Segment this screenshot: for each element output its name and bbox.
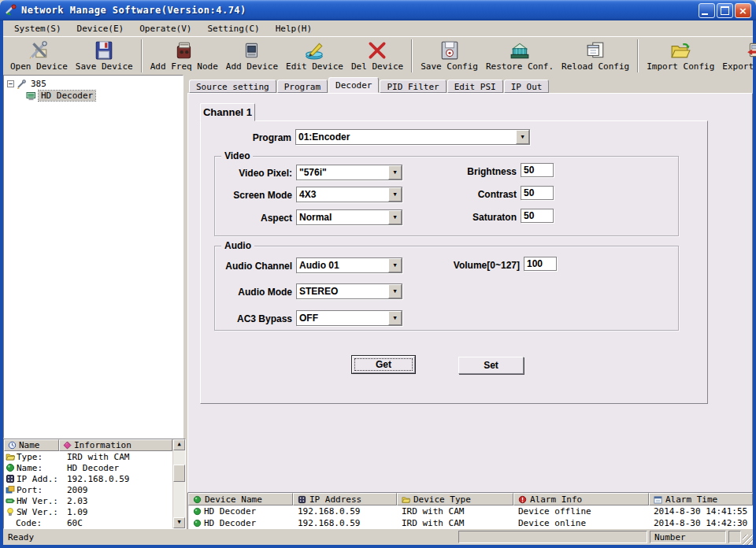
property-row-code[interactable]: Code: 60C [4,517,172,528]
menu-device[interactable]: Device(E) [69,22,132,35]
header-ip-address[interactable]: IP Address [293,493,397,505]
property-scrollbar[interactable]: ▲ ▼ [172,439,185,528]
edit-device-button[interactable]: Edit Device [283,39,346,72]
tab-pid-filter[interactable]: PID Filter [380,80,446,93]
del-device-label: Del Device [351,61,403,72]
add-freq-node-label: Add Freq Node [150,61,218,72]
property-header-name[interactable]: Name [4,439,59,451]
video-pixel-select[interactable]: "576i" ▼ [296,165,402,180]
add-device-label: Add Device [226,61,278,72]
close-button[interactable]: × [735,3,751,18]
export-config-icon [746,40,756,61]
add-freq-node-icon [174,40,195,61]
property-panel: Name Information Type: IRD with CAM Name… [3,439,186,529]
set-button[interactable]: Set [458,357,524,374]
menu-system[interactable]: System(S) [6,22,69,35]
main-area: Source setting Program Decoder PID Filte… [187,75,753,529]
property-row-type[interactable]: Type: IRD with CAM [4,451,172,462]
menu-help[interactable]: Help(H) [268,22,320,35]
export-config-button[interactable]: Export Config [719,39,756,72]
gem-icon [193,519,202,528]
tree-root-node[interactable]: − 385 [6,78,181,90]
satellite-icon [17,80,26,89]
chevron-down-icon[interactable]: ▼ [388,311,402,325]
maximize-button[interactable] [717,3,733,18]
menu-operate[interactable]: Operate(V) [132,22,199,35]
open-device-button[interactable]: Open Device [7,39,71,72]
audio-channel-select[interactable]: Audio 01 ▼ [296,257,402,273]
chevron-down-icon[interactable]: ▼ [388,187,402,202]
minimize-button[interactable] [699,3,715,18]
scroll-up-icon[interactable]: ▲ [173,439,185,450]
chevron-down-icon[interactable]: ▼ [388,165,402,180]
minimize-icon [702,11,708,15]
device-table-header: Device Name IP Address Device Type Alarm… [188,493,753,505]
program-select[interactable]: 01:Encoder ▼ [295,129,530,145]
header-device-name[interactable]: Device Name [188,493,293,505]
status-empty-panel [458,531,647,543]
status-number-panel: Number [650,531,726,543]
window-frame-right [753,20,756,548]
aspect-select[interactable]: Normal ▼ [296,209,402,225]
property-header-information[interactable]: Information [59,439,172,451]
property-row-port[interactable]: Port: 2009 [4,484,172,495]
resize-grip[interactable] [743,535,753,545]
property-row-name[interactable]: Name: HD Decoder [4,462,172,473]
brightness-field[interactable] [521,163,554,177]
tab-edit-psi[interactable]: Edit PSI [447,80,503,93]
restore-config-button[interactable]: Restore Conf. [483,39,557,72]
volume-field[interactable] [524,257,557,271]
dice-icon [298,495,306,504]
gem-icon [6,463,15,472]
chevron-down-icon[interactable]: ▼ [388,210,402,224]
edit-device-label: Edit Device [286,61,343,72]
header-alarm-info[interactable]: Alarm Info [513,493,649,505]
saturation-field[interactable] [521,209,554,223]
window-frame-bottom [0,545,756,548]
del-device-button[interactable]: Del Device [348,39,406,72]
volume-label: Volume[0~127] [437,260,520,271]
chevron-down-icon[interactable]: ▼ [516,130,529,144]
chevron-down-icon[interactable]: ▼ [388,258,402,272]
save-config-label: Save Config [421,61,478,72]
import-config-button[interactable]: Import Config [643,39,717,72]
header-alarm-time[interactable]: Alarm Time [649,493,753,505]
video-group-title: Video [221,150,253,161]
tab-ip-out[interactable]: IP Out [504,80,550,93]
tree-node-hd-decoder[interactable]: HD Decoder [26,90,181,102]
screen-mode-select[interactable]: 4X3 ▼ [296,187,402,202]
scroll-down-icon[interactable]: ▼ [173,517,185,528]
collapse-icon[interactable]: − [7,80,14,87]
calendar-icon [654,495,662,504]
save-device-button[interactable]: Save Device [72,39,136,72]
tab-program[interactable]: Program [277,80,328,93]
brightness-label: Brightness [442,166,517,177]
add-device-button[interactable]: Add Device [223,39,281,72]
video-group: Video Video Pixel: "576i" ▼ Brightness S… [214,156,679,236]
header-device-type[interactable]: Device Type [397,493,513,505]
ac3-bypass-select[interactable]: OFF ▼ [296,310,402,326]
property-row-ip[interactable]: IP Add.: 192.168.0.59 [4,473,172,484]
menu-setting[interactable]: Setting(C) [199,22,267,35]
scroll-thumb[interactable] [173,465,185,482]
get-button[interactable]: Get [352,356,415,373]
contrast-field[interactable] [521,186,554,200]
save-config-button[interactable]: Save Config [417,39,481,72]
reload-config-button[interactable]: Reload Config [558,39,632,72]
add-freq-node-button[interactable]: Add Freq Node [147,39,221,72]
audio-mode-select[interactable]: STEREO ▼ [296,283,402,299]
tab-channel-1[interactable]: Channel 1 [200,103,255,121]
video-pixel-label: Video Pixel: [215,168,292,179]
chevron-down-icon[interactable]: ▼ [388,284,402,298]
status-bar: Ready Number [3,529,753,545]
property-row-hw-ver[interactable]: HW Ver.: 2.03 [4,495,172,506]
screen-mode-label: Screen Mode [215,190,292,201]
device-row-1[interactable]: HD Decoder 192.168.0.59 IRD with CAM Dev… [188,505,753,517]
device-tree: − 385 HD Decoder [3,75,183,439]
device-row-2[interactable]: HD Decoder 192.168.0.59 IRD with CAM Dev… [188,517,753,529]
property-row-sw-ver[interactable]: SW Ver.: 1.09 [4,506,172,517]
tab-decoder[interactable]: Decoder [328,77,379,93]
tab-source-setting[interactable]: Source setting [189,80,276,93]
decoder-icon [26,91,36,101]
battery-icon [6,496,15,505]
